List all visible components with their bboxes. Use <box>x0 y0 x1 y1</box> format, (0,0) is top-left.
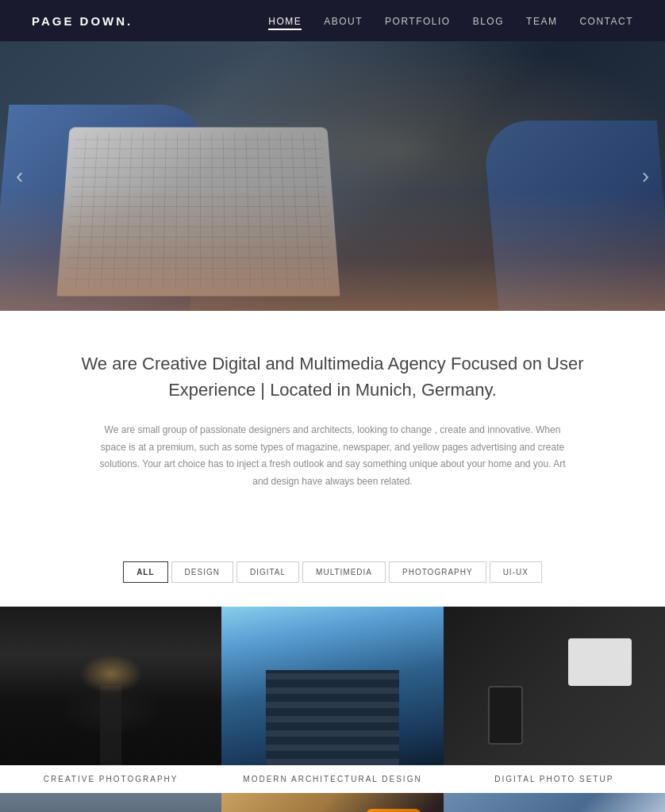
portfolio-grid-row1: CREATIVE PHOTOGRAPHY MODERN ARCHITECTURA… <box>0 607 665 793</box>
portfolio-caption-3: DIGITAL PHOTO SETUP <box>444 765 665 793</box>
portfolio-img-moto <box>0 607 221 765</box>
filter-btn-digital[interactable]: DIGITAL <box>236 561 299 583</box>
filter-btn-uiux[interactable]: UI-UX <box>490 561 542 583</box>
filter-btn-design[interactable]: DESIGN <box>171 561 233 583</box>
portfolio-img-gadgets <box>444 607 665 765</box>
portfolio-item-stairs[interactable]: MODERN ARCHITECTURAL DESIGN <box>221 607 443 793</box>
portfolio-caption-2: MODERN ARCHITECTURAL DESIGN <box>221 765 443 793</box>
nav-links: HOME ABOUT PORTFOLIO BLOG TEAM CONTACT <box>268 13 633 28</box>
nav-item-contact[interactable]: CONTACT <box>579 13 633 28</box>
hero-prev-arrow[interactable]: ‹ <box>8 155 31 197</box>
filter-section: ALL DESIGN DIGITAL MULTIMEDIA PHOTOGRAPH… <box>0 546 665 607</box>
portfolio-item-gadgets[interactable]: DIGITAL PHOTO SETUP <box>444 607 665 793</box>
hands-overlay <box>0 136 665 311</box>
portfolio-item-cliffs[interactable]: CREATIVE DARK PHOTOGRAPHY <box>0 793 221 812</box>
portfolio-item-phone[interactable]: MODERN FUNCTION DESIGN <box>444 793 665 812</box>
portfolio-caption-1: CREATIVE PHOTOGRAPHY <box>0 765 221 793</box>
portfolio-img-headphones <box>221 793 443 812</box>
tagline-sub: We are small group of passionate designe… <box>94 422 571 490</box>
tagline-main: We are Creative Digital and Multimedia A… <box>63 350 602 403</box>
filter-btn-multimedia[interactable]: MULTIMEDIA <box>302 561 386 583</box>
portfolio-item-moto[interactable]: CREATIVE PHOTOGRAPHY <box>0 607 221 793</box>
nav-item-blog[interactable]: BLOG <box>473 13 504 28</box>
portfolio-img-phone <box>444 793 665 812</box>
nav-item-about[interactable]: ABOUT <box>324 13 363 28</box>
road-lines <box>0 686 221 765</box>
hero-next-arrow[interactable]: › <box>634 155 657 197</box>
portfolio-img-stairs <box>221 607 443 765</box>
nav-logo: PAGE DOWN. <box>32 14 133 28</box>
hero-section: ‹ › <box>0 41 665 311</box>
navbar: PAGE DOWN. HOME ABOUT PORTFOLIO BLOG TEA… <box>0 0 665 41</box>
filter-btn-all[interactable]: ALL <box>123 561 167 583</box>
nav-item-home[interactable]: HOME <box>268 13 302 28</box>
portfolio-grid-row2: CREATIVE DARK PHOTOGRAPHY MULTIMEDIA AND… <box>0 793 665 812</box>
nav-item-portfolio[interactable]: PORTFOLIO <box>385 13 451 28</box>
nav-item-team[interactable]: TEAM <box>526 13 557 28</box>
filter-btn-photography[interactable]: PHOTOGRAPHY <box>389 561 486 583</box>
portfolio-img-cliffs <box>0 793 221 812</box>
hero-visual <box>0 41 665 311</box>
tagline-section: We are Creative Digital and Multimedia A… <box>0 311 665 546</box>
portfolio-item-headphones[interactable]: MULTIMEDIA AND DESIGN POST <box>221 793 443 812</box>
